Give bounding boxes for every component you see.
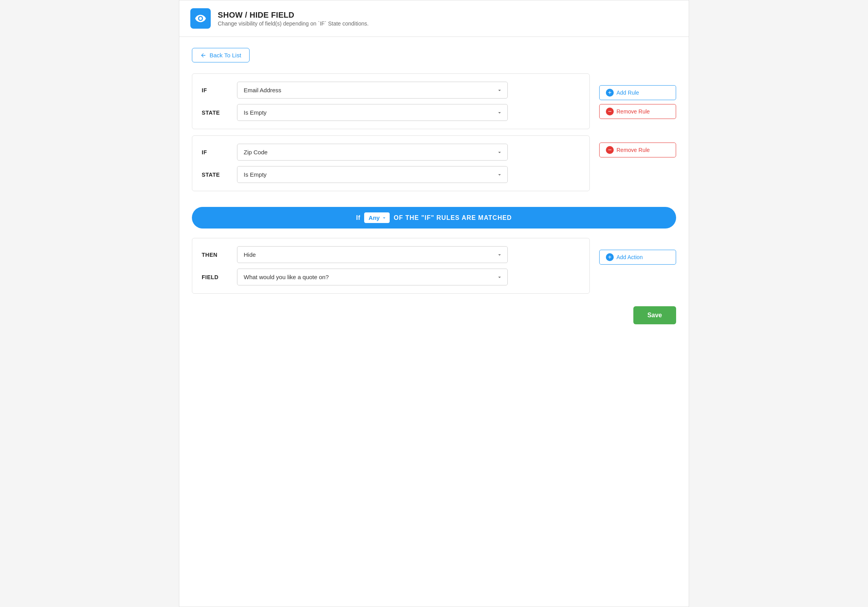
action-field-row: FIELD What would you like a quote on? — [202, 269, 580, 285]
add-rule-plus-icon — [606, 89, 614, 97]
rule2-if-row: IF Email Address Zip Code — [202, 144, 580, 161]
page-title: SHOW / HIDE FIELD — [218, 11, 368, 20]
add-action-button[interactable]: Add Action — [599, 250, 676, 265]
action-main: THEN Hide Show FIELD What would you like… — [192, 238, 590, 300]
save-area: Save — [192, 306, 676, 324]
page-subtitle: Change visibility of field(s) depending … — [218, 20, 368, 27]
rule2-if-select[interactable]: Email Address Zip Code — [237, 144, 508, 161]
rules-area: IF Email Address Zip Code STATE Is Empty… — [192, 73, 676, 197]
add-action-plus-icon — [606, 253, 614, 261]
content-area: Back To List IF Email Address Zip Code S… — [179, 37, 689, 340]
action-field-label: FIELD — [202, 274, 237, 280]
add-rule-button[interactable]: Add Rule — [599, 85, 676, 100]
rule2-if-label: IF — [202, 149, 237, 155]
rule1-side-buttons: Add Rule Remove Rule — [590, 85, 676, 119]
action-then-row: THEN Hide Show — [202, 246, 580, 263]
rule2-side-buttons: Remove Rule — [590, 143, 676, 157]
rule-block-1: IF Email Address Zip Code STATE Is Empty… — [192, 73, 590, 129]
add-rule-label: Add Rule — [616, 90, 639, 96]
remove-rule-minus-icon-1 — [606, 108, 614, 115]
eye-icon — [190, 8, 211, 29]
eye-svg — [195, 13, 206, 24]
rules-main: IF Email Address Zip Code STATE Is Empty… — [192, 73, 590, 197]
action-then-select[interactable]: Hide Show — [237, 246, 508, 263]
rule1-state-select[interactable]: Is Empty Is Not Empty Equals — [237, 104, 508, 121]
action-then-label: THEN — [202, 252, 237, 258]
page-wrapper: SHOW / HIDE FIELD Change visibility of f… — [179, 0, 689, 607]
rule1-state-label: STATE — [202, 110, 237, 116]
rule2-state-label: STATE — [202, 172, 237, 178]
save-button[interactable]: Save — [633, 306, 676, 324]
rule1-state-row: STATE Is Empty Is Not Empty Equals — [202, 104, 580, 121]
header: SHOW / HIDE FIELD Change visibility of f… — [179, 0, 689, 37]
back-arrow-icon — [200, 52, 206, 59]
action-side: Add Action — [590, 238, 676, 300]
action-side-buttons: Add Action — [590, 250, 676, 265]
action-area: THEN Hide Show FIELD What would you like… — [192, 238, 676, 300]
remove-rule-button-1[interactable]: Remove Rule — [599, 104, 676, 119]
remove-rule-button-2[interactable]: Remove Rule — [599, 143, 676, 157]
banner-if-text: If — [356, 214, 361, 221]
rule2-state-row: STATE Is Empty Is Not Empty — [202, 166, 580, 183]
add-action-label: Add Action — [616, 254, 643, 260]
remove-rule-minus-icon-2 — [606, 146, 614, 154]
rule1-if-label: IF — [202, 87, 237, 93]
rule1-if-select[interactable]: Email Address Zip Code — [237, 82, 508, 99]
rule-block-2: IF Email Address Zip Code STATE Is Empty… — [192, 135, 590, 191]
banner-suffix-text: OF THE "IF" RULES ARE MATCHED — [394, 214, 512, 221]
any-select[interactable]: Any All — [364, 212, 390, 223]
action-field-select[interactable]: What would you like a quote on? — [237, 269, 508, 285]
rules-side: Add Rule Remove Rule Remove Rule — [590, 73, 676, 197]
match-banner: If Any All OF THE "IF" RULES ARE MATCHED — [192, 207, 676, 229]
remove-rule-label-1: Remove Rule — [616, 108, 650, 115]
rule1-if-row: IF Email Address Zip Code — [202, 82, 580, 99]
rule2-state-select[interactable]: Is Empty Is Not Empty — [237, 166, 508, 183]
action-block: THEN Hide Show FIELD What would you like… — [192, 238, 590, 294]
back-to-list-button[interactable]: Back To List — [192, 48, 250, 62]
header-text: SHOW / HIDE FIELD Change visibility of f… — [218, 11, 368, 27]
back-button-label: Back To List — [210, 52, 241, 59]
remove-rule-label-2: Remove Rule — [616, 147, 650, 153]
